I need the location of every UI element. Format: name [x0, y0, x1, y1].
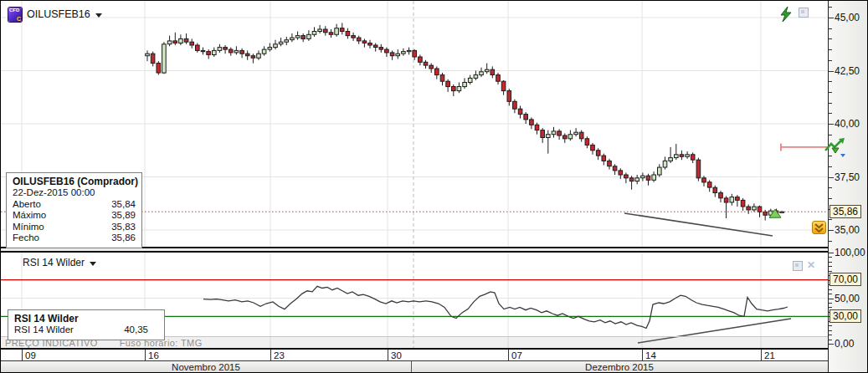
time-tick-separator: [22, 350, 23, 360]
candle: [407, 50, 411, 51]
candle: [513, 101, 517, 109]
restore-window-icon[interactable]: [799, 8, 809, 18]
price-axis-label: 40,00: [835, 118, 860, 130]
candle: [318, 29, 322, 32]
candle: [213, 50, 217, 54]
axis-tick-mark: [829, 113, 832, 114]
candle: [585, 139, 589, 146]
last-price-label: 35,86: [829, 205, 861, 218]
candle: [686, 155, 690, 157]
candle: [245, 54, 249, 56]
tooltip-datetime: 22-Dez-2015 00:00: [13, 187, 136, 199]
candle: [741, 200, 745, 207]
trading-platform-window: CFDC OILUSFEB16 RSI 14 Wilder ✕ OILUSFEB…: [0, 0, 868, 373]
price-axis-label: 37,50: [835, 171, 860, 183]
candle: [463, 83, 467, 87]
axis-tick-mark: [829, 166, 832, 167]
candle: [240, 50, 244, 54]
candle: [429, 65, 434, 69]
axis-tick-mark: [829, 49, 832, 50]
candle: [268, 48, 272, 50]
axis-tick-mark: [829, 103, 832, 104]
candle: [496, 75, 501, 82]
axis-tick-mark: [829, 262, 832, 263]
candle: [324, 29, 328, 33]
axis-tick-mark: [829, 81, 832, 82]
rsi-series-value: 40,35: [124, 324, 158, 336]
price-axis-label: 42,50: [835, 65, 860, 77]
time-tick-separator: [388, 350, 388, 360]
candle: [379, 48, 383, 50]
candle: [390, 53, 394, 56]
time-tick-separator: [761, 350, 762, 360]
candle: [218, 48, 222, 51]
candle: [346, 32, 350, 36]
time-axis[interactable]: 09162330071421: [1, 348, 828, 360]
candle: [362, 41, 367, 43]
time-tick-label: 21: [764, 350, 775, 360]
candle: [184, 38, 188, 42]
axis-tick-mark: [829, 124, 834, 125]
candle: [146, 54, 150, 56]
candle: [641, 176, 645, 178]
candle: [290, 38, 295, 40]
rsi-header-label: RSI 14 Wilder: [23, 257, 85, 268]
axis-tick-mark: [829, 253, 834, 253]
scroll-to-latest-icon[interactable]: [812, 221, 826, 234]
axis-tick-mark: [829, 289, 832, 290]
axis-tick-mark: [829, 60, 832, 61]
rsi-level-label: 30,00: [829, 309, 861, 323]
rsi-indicator-selector[interactable]: RSI 14 Wilder: [23, 257, 96, 268]
price-axis[interactable]: 45,0042,5040,0037,5035,0035,86100,0070,0…: [828, 1, 868, 373]
rsi-axis-label: 0,00: [835, 338, 854, 350]
candle: [167, 41, 172, 44]
rsi-restore-icon[interactable]: [793, 261, 803, 271]
candle: [468, 78, 472, 82]
candle: [552, 131, 556, 135]
candle: [446, 81, 450, 86]
instrument-label: OILUSFEB16: [27, 8, 90, 20]
candle: [173, 41, 177, 43]
candle: [591, 145, 595, 150]
tooltip-ohlc-row: Mínimo35,83: [13, 222, 136, 233]
ohlc-value: 35,86: [111, 232, 136, 244]
quick-trade-lightning-icon[interactable]: [778, 6, 794, 23]
tooltip-title: OILUSFEB16 (Comprador): [13, 176, 136, 187]
month-separator: [411, 361, 412, 373]
candle: [396, 54, 400, 56]
axis-tick-mark: [829, 71, 834, 72]
month-axis[interactable]: Novembro 2015Dezembro 2015: [1, 360, 828, 373]
candle: [563, 135, 568, 139]
time-tick-separator: [642, 350, 643, 360]
candle: [579, 132, 583, 139]
candle: [229, 49, 233, 53]
candle: [719, 193, 723, 198]
candle: [285, 40, 289, 43]
axis-tick-mark: [829, 330, 832, 331]
tooltip-ohlc-row: Fecho35,86: [13, 232, 136, 244]
candle: [151, 54, 155, 63]
axis-tick-mark: [829, 219, 832, 220]
axis-tick-mark: [829, 344, 834, 345]
candle: [730, 197, 734, 202]
trade-performance-icon[interactable]: [824, 137, 847, 158]
axis-tick-mark: [829, 340, 832, 340]
axis-tick-mark: [829, 38, 832, 39]
candle: [702, 178, 706, 182]
candle: [608, 161, 612, 166]
axis-tick-mark: [829, 257, 832, 258]
candle: [419, 57, 423, 62]
axis-tick-mark: [829, 92, 832, 93]
candle: [530, 120, 534, 125]
axis-tick-mark: [829, 198, 832, 199]
month-label: Dezembro 2015: [411, 361, 828, 373]
candle: [440, 75, 444, 82]
ohlc-label: Mínimo: [13, 222, 44, 233]
candle: [295, 36, 300, 38]
price-tooltip: OILUSFEB16 (Comprador) 22-Dez-2015 00:00…: [6, 172, 142, 248]
candle: [357, 38, 361, 41]
instrument-selector[interactable]: CFDC OILUSFEB16: [8, 6, 102, 23]
rsi-close-icon[interactable]: ✕: [807, 261, 815, 269]
candle: [179, 38, 183, 43]
price-axis-label: 45,00: [835, 12, 860, 23]
